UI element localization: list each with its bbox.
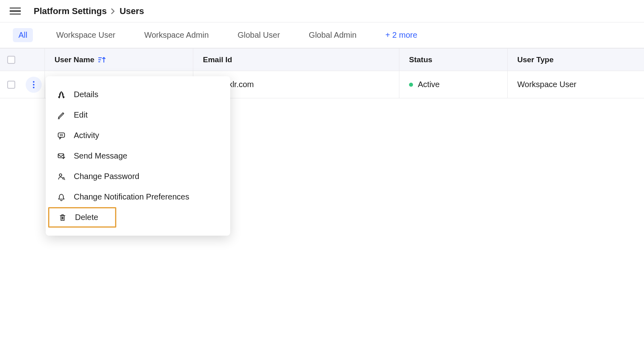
svg-point-0 (33, 81, 34, 83)
row-status: Active (418, 80, 439, 89)
filter-tabs: All Workspace User Workspace Admin Globa… (0, 22, 644, 49)
menu-item-label: Edit (74, 110, 87, 120)
breadcrumb: Platform Settings Users (34, 6, 144, 16)
menu-item-label: Delete (75, 213, 98, 222)
menu-item-label: Send Message (74, 151, 127, 161)
user-key-icon (57, 172, 66, 181)
menu-item-label: Change Password (74, 172, 139, 181)
row-actions-button[interactable] (26, 77, 42, 93)
tab-workspace-user[interactable]: Workspace User (51, 28, 121, 42)
sort-ascending-icon[interactable] (98, 57, 105, 63)
row-context-menu: Details Edit 99 Activity Send Message Ch… (46, 76, 230, 236)
chevron-right-icon (111, 8, 115, 14)
menu-item-details[interactable]: Details (46, 84, 230, 105)
menu-item-delete[interactable]: Delete (48, 207, 116, 228)
tab-all[interactable]: All (13, 28, 33, 42)
bell-icon (57, 193, 66, 202)
tab-workspace-admin[interactable]: Workspace Admin (139, 28, 215, 42)
row-checkbox[interactable] (7, 81, 15, 89)
menu-item-label: Details (74, 90, 98, 99)
speech-bubble-icon: 99 (57, 131, 66, 140)
svg-point-7 (63, 177, 64, 179)
row-type: Workspace User (517, 80, 576, 89)
envelope-check-icon (57, 152, 66, 161)
pencil-icon (57, 111, 66, 120)
menu-item-label: Change Notification Preferences (74, 192, 189, 202)
hamburger-menu-icon[interactable] (10, 6, 21, 17)
tab-global-admin[interactable]: Global Admin (303, 28, 362, 42)
status-active-icon (409, 83, 413, 87)
menu-item-change-notification-preferences[interactable]: Change Notification Preferences (46, 187, 230, 207)
trash-icon (58, 213, 67, 222)
column-header-status[interactable]: Status (409, 55, 432, 64)
breadcrumb-current: Users (119, 6, 144, 16)
leaf-icon (57, 90, 66, 99)
menu-item-edit[interactable]: Edit (46, 105, 230, 125)
svg-point-6 (59, 174, 62, 176)
menu-item-label: Activity (74, 131, 99, 140)
tab-global-user[interactable]: Global User (232, 28, 286, 42)
column-header-type[interactable]: User Type (517, 55, 553, 64)
breadcrumb-parent[interactable]: Platform Settings (34, 6, 107, 16)
svg-rect-5 (58, 154, 64, 158)
select-all-checkbox[interactable] (7, 56, 15, 64)
svg-text:99: 99 (60, 134, 63, 136)
svg-point-1 (33, 84, 34, 86)
menu-item-send-message[interactable]: Send Message (46, 146, 230, 166)
table-header: User Name Email Id Status User Type (0, 49, 644, 71)
menu-item-activity[interactable]: 99 Activity (46, 125, 230, 146)
menu-item-change-password[interactable]: Change Password (46, 166, 230, 187)
tab-more[interactable]: + 2 more (380, 28, 423, 42)
column-header-name[interactable]: User Name (55, 55, 94, 64)
column-header-email[interactable]: Email Id (203, 55, 232, 64)
svg-point-2 (33, 87, 34, 88)
